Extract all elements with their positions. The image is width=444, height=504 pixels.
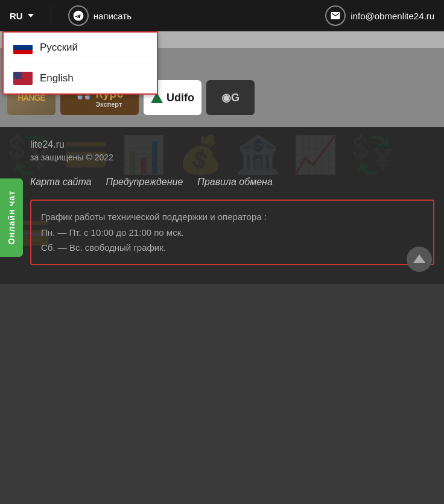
language-selector[interactable]: RU [10, 11, 34, 21]
telegram-text: написать [94, 11, 132, 21]
lang-label: RU [10, 11, 23, 21]
footer: 💱 💳 📊 💰 🏦 📈 💱 💳 lite24.ru за защищены © … [0, 127, 444, 284]
telegram-button[interactable]: написать [68, 5, 132, 26]
chat-button-label: Онлайн чат [7, 191, 16, 245]
work-schedule-text: График работы технической поддержки и оп… [41, 209, 423, 256]
udifo-label: Udifo [166, 92, 194, 104]
partner-g[interactable]: ◉G [206, 80, 255, 115]
email-button[interactable]: info@obmenlite24.ru [325, 5, 434, 26]
scroll-up-arrow-icon [413, 254, 425, 263]
flag-russia [13, 41, 33, 54]
language-option-en[interactable]: English [4, 63, 157, 93]
language-dropdown: Русский English [2, 31, 158, 95]
exchange-rules-link[interactable]: Правила обмена [197, 177, 272, 187]
footer-domain: lite24.ru [30, 139, 434, 150]
footer-rights: за защищены © 2022 [30, 153, 434, 162]
email-text: info@obmenlite24.ru [350, 11, 434, 21]
english-label: English [40, 72, 74, 84]
header-divider [51, 7, 51, 25]
header: RU написать info@obmenlite24.ru [0, 0, 444, 31]
sitemap-link[interactable]: Карта сайта [30, 177, 92, 187]
partner-g-label: ◉G [221, 91, 239, 104]
scroll-up-button[interactable] [407, 247, 432, 272]
work-schedule-box: График работы технической поддержки и оп… [30, 200, 434, 265]
online-chat-button[interactable]: Онлайн чат [0, 178, 23, 257]
chevron-down-icon [28, 14, 34, 17]
language-option-ru[interactable]: Русский [4, 33, 157, 63]
kurs-sub-label: Эксперт [95, 101, 123, 109]
russian-label: Русский [40, 42, 78, 54]
email-icon [325, 5, 346, 26]
telegram-icon [68, 5, 89, 26]
warning-link[interactable]: Предупреждение [106, 177, 183, 187]
footer-navigation: Карта сайта Предупреждение Правила обмен… [30, 177, 434, 187]
flag-usa [13, 72, 33, 85]
